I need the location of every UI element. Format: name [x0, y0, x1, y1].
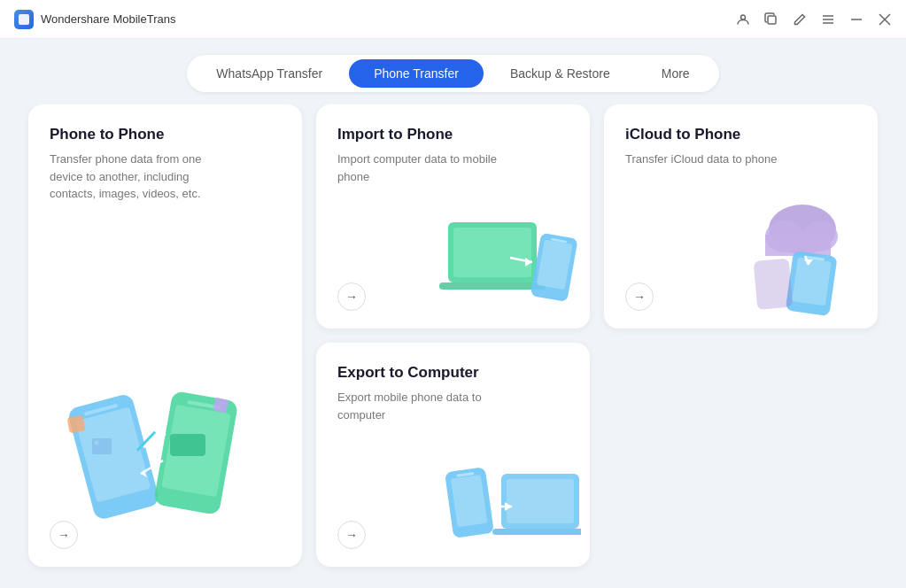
title-bar-left: Wondershare MobileTrans	[14, 10, 175, 29]
tab-whatsapp[interactable]: WhatsApp Transfer	[191, 59, 347, 88]
svg-rect-1	[768, 16, 776, 24]
tab-bar: WhatsApp Transfer Phone Transfer Backup …	[0, 39, 906, 104]
tab-phone[interactable]: Phone Transfer	[349, 59, 484, 88]
close-button[interactable]	[878, 12, 892, 27]
svg-point-19	[95, 441, 99, 445]
tab-backup[interactable]: Backup & Restore	[485, 59, 635, 88]
card-export-desc: Export mobile phone data to computer	[337, 389, 497, 423]
main-content: WhatsApp Transfer Phone Transfer Backup …	[0, 39, 906, 588]
icloud-illustration	[727, 196, 869, 320]
export-illustration	[439, 443, 581, 558]
title-bar: Wondershare MobileTrans	[0, 0, 906, 39]
svg-rect-36	[754, 259, 794, 310]
minimize-button[interactable]	[849, 12, 863, 27]
cards-area: Phone to Phone Transfer phone data from …	[0, 104, 906, 588]
tab-container: WhatsApp Transfer Phone Transfer Backup …	[187, 55, 718, 92]
card-phone-to-phone-desc: Transfer phone data from one device to a…	[50, 151, 209, 203]
svg-rect-33	[792, 258, 832, 306]
card-export-arrow[interactable]: →	[337, 521, 366, 549]
card-import-arrow[interactable]: →	[337, 282, 366, 311]
card-icloud-arrow[interactable]: →	[625, 282, 654, 311]
edit-icon[interactable]	[793, 12, 807, 27]
svg-rect-18	[92, 438, 112, 454]
svg-point-0	[741, 15, 746, 19]
card-import-title: Import to Phone	[337, 126, 569, 143]
card-import-desc: Import computer data to mobile phone	[337, 151, 497, 185]
user-icon[interactable]	[736, 12, 750, 27]
card-import-to-phone[interactable]: Import to Phone Import computer data to …	[316, 104, 590, 329]
svg-rect-23	[439, 282, 546, 290]
card-export-to-computer[interactable]: Export to Computer Export mobile phone d…	[316, 343, 590, 567]
app-name: Wondershare MobileTrans	[41, 12, 175, 26]
import-illustration	[439, 196, 581, 320]
phone-to-phone-illustration	[55, 345, 250, 540]
svg-rect-42	[492, 529, 581, 535]
svg-rect-14	[67, 415, 86, 434]
window-controls	[736, 12, 892, 27]
tab-more[interactable]: More	[637, 59, 715, 88]
card-icloud-title: iCloud to Phone	[625, 126, 856, 143]
svg-rect-22	[453, 228, 531, 277]
app-icon	[14, 10, 34, 29]
svg-rect-20	[170, 434, 205, 456]
card-phone-to-phone[interactable]: Phone to Phone Transfer phone data from …	[28, 104, 302, 567]
svg-rect-9	[75, 406, 151, 502]
card-export-title: Export to Computer	[337, 364, 569, 382]
card-phone-to-phone-title: Phone to Phone	[50, 126, 281, 143]
duplicate-icon[interactable]	[764, 12, 778, 27]
card-icloud-desc: Transfer iCloud data to phone	[625, 151, 785, 168]
svg-rect-41	[507, 479, 574, 523]
card-icloud-to-phone[interactable]: iCloud to Phone Transfer iCloud data to …	[604, 104, 878, 329]
menu-icon[interactable]	[821, 12, 835, 27]
